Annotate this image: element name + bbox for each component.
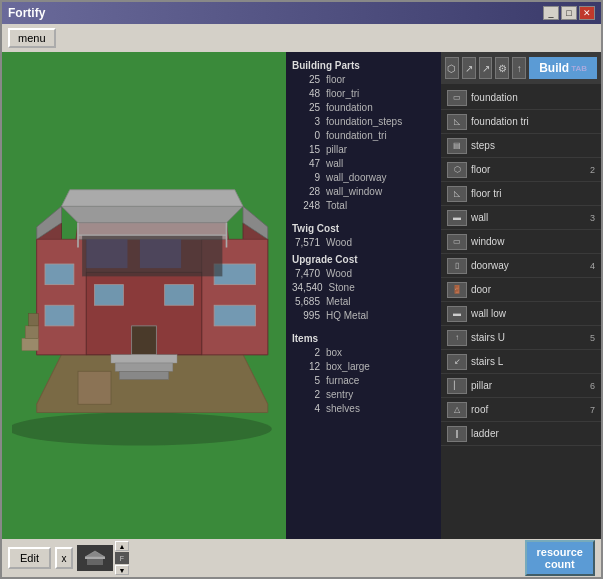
floor-display: ▲ F ▼ xyxy=(77,541,129,575)
items-list: 2box12box_large5furnace2sentry4shelves xyxy=(292,346,435,416)
build-item[interactable]: △ roof 7 xyxy=(441,398,601,422)
svg-rect-16 xyxy=(214,305,255,326)
build-item[interactable]: ↙ stairs L xyxy=(441,350,601,374)
svg-rect-19 xyxy=(132,326,157,355)
maximize-button[interactable]: □ xyxy=(561,6,577,20)
twig-cost-row: 7,571Wood xyxy=(292,236,435,250)
building-part-row: 47wall xyxy=(292,157,435,171)
build-item-label: steps xyxy=(471,140,595,151)
svg-marker-4 xyxy=(62,206,244,223)
build-item[interactable]: ◺ floor tri xyxy=(441,182,601,206)
build-item-num: 2 xyxy=(590,165,595,175)
build-item[interactable]: ▭ window xyxy=(441,230,601,254)
build-item-label: ladder xyxy=(471,428,595,439)
menu-button[interactable]: menu xyxy=(8,28,56,48)
bottom-bar: Edit x ▲ F ▼ resourcecount xyxy=(2,539,601,577)
building-parts-list: 25floor48floor_tri25foundation3foundatio… xyxy=(292,73,435,213)
svg-rect-31 xyxy=(22,338,39,350)
floor-arrows: ▲ F ▼ xyxy=(115,541,129,575)
svg-rect-23 xyxy=(78,371,111,404)
building-render xyxy=(12,62,276,499)
tab-sub-label: TAB xyxy=(571,64,587,73)
build-item-icon: ▤ xyxy=(447,138,467,154)
build-item-num: 4 xyxy=(590,261,595,271)
build-item-label: wall xyxy=(471,212,586,223)
item-row: 2sentry xyxy=(292,388,435,402)
svg-rect-20 xyxy=(111,355,177,363)
svg-point-0 xyxy=(12,413,272,446)
build-item-icon: ▬ xyxy=(447,306,467,322)
arrow2-icon-btn[interactable]: ↗ xyxy=(479,57,493,79)
svg-rect-21 xyxy=(115,363,173,371)
svg-rect-26 xyxy=(86,239,127,268)
build-item-icon: ↑ xyxy=(447,330,467,346)
build-item-label: stairs U xyxy=(471,332,586,343)
build-item[interactable]: ▬ wall 3 xyxy=(441,206,601,230)
svg-rect-18 xyxy=(165,285,194,306)
build-item-label: foundation tri xyxy=(471,116,595,127)
building-part-row: 25floor xyxy=(292,73,435,87)
up-icon-btn[interactable]: ↑ xyxy=(512,57,526,79)
build-item-icon: ▭ xyxy=(447,234,467,250)
building-parts-title: Building Parts xyxy=(292,60,435,71)
build-item[interactable]: ▬ wall low xyxy=(441,302,601,326)
minimize-button[interactable]: _ xyxy=(543,6,559,20)
build-item-icon: ‖ xyxy=(447,426,467,442)
build-item[interactable]: ▏ pillar 6 xyxy=(441,374,601,398)
building-part-row: 248Total xyxy=(292,199,435,213)
build-item-icon: ⬡ xyxy=(447,162,467,178)
svg-rect-33 xyxy=(29,314,39,326)
title-bar-buttons: _ □ ✕ xyxy=(543,6,595,20)
build-item-num: 7 xyxy=(590,405,595,415)
upgrade-cost-title: Upgrade Cost xyxy=(292,254,435,265)
build-item-icon: ◺ xyxy=(447,186,467,202)
build-item[interactable]: ▭ foundation xyxy=(441,86,601,110)
build-item-icon: ◺ xyxy=(447,114,467,130)
build-item[interactable]: ▯ doorway 4 xyxy=(441,254,601,278)
building-part-row: 28wall_window xyxy=(292,185,435,199)
build-item[interactable]: ↑ stairs U 5 xyxy=(441,326,601,350)
floor-up-button[interactable]: ▲ xyxy=(115,541,129,551)
cube-icon-btn[interactable]: ⬡ xyxy=(445,57,459,79)
gear-icon-btn[interactable]: ⚙ xyxy=(495,57,509,79)
build-item-num: 3 xyxy=(590,213,595,223)
build-item[interactable]: ▤ steps xyxy=(441,134,601,158)
svg-rect-17 xyxy=(95,285,124,306)
build-item-num: 5 xyxy=(590,333,595,343)
build-item-num: 6 xyxy=(590,381,595,391)
build-item-icon: ▬ xyxy=(447,210,467,226)
close-x-button[interactable]: x xyxy=(55,547,73,569)
building-part-row: 0foundation_tri xyxy=(292,129,435,143)
item-row: 12box_large xyxy=(292,360,435,374)
build-item-label: pillar xyxy=(471,380,586,391)
right-top-bar: ⬡ ↗ ↗ ⚙ ↑ Build TAB xyxy=(441,52,601,84)
build-item-label: floor xyxy=(471,164,586,175)
edit-button[interactable]: Edit xyxy=(8,547,51,569)
build-item[interactable]: 🚪 door xyxy=(441,278,601,302)
item-row: 2box xyxy=(292,346,435,360)
resource-count-button[interactable]: resourcecount xyxy=(525,540,595,576)
close-button[interactable]: ✕ xyxy=(579,6,595,20)
building-part-row: 25foundation xyxy=(292,101,435,115)
viewport[interactable] xyxy=(2,52,286,539)
build-item[interactable]: ‖ ladder xyxy=(441,422,601,446)
build-item-label: stairs L xyxy=(471,356,595,367)
build-item-label: roof xyxy=(471,404,586,415)
right-panel: ⬡ ↗ ↗ ⚙ ↑ Build TAB ▭ foundation ◺ found… xyxy=(441,52,601,539)
floor-label: F xyxy=(115,552,129,564)
item-row: 4shelves xyxy=(292,402,435,416)
building-part-row: 9wall_doorway xyxy=(292,171,435,185)
upgrade-cost-row: 34,540Stone xyxy=(292,281,435,295)
upgrade-cost-list: 7,470Wood34,540Stone5,685Metal995HQ Meta… xyxy=(292,267,435,323)
build-item-label: window xyxy=(471,236,595,247)
build-item-icon: ▏ xyxy=(447,378,467,394)
build-tab-button[interactable]: Build TAB xyxy=(529,57,597,79)
svg-rect-32 xyxy=(25,326,38,338)
arrow-icon-btn[interactable]: ↗ xyxy=(462,57,476,79)
build-item[interactable]: ◺ foundation tri xyxy=(441,110,601,134)
building-part-row: 3foundation_steps xyxy=(292,115,435,129)
build-item-icon: ▭ xyxy=(447,90,467,106)
build-item[interactable]: ⬡ floor 2 xyxy=(441,158,601,182)
floor-down-button[interactable]: ▼ xyxy=(115,565,129,575)
items-title: Items xyxy=(292,333,435,344)
